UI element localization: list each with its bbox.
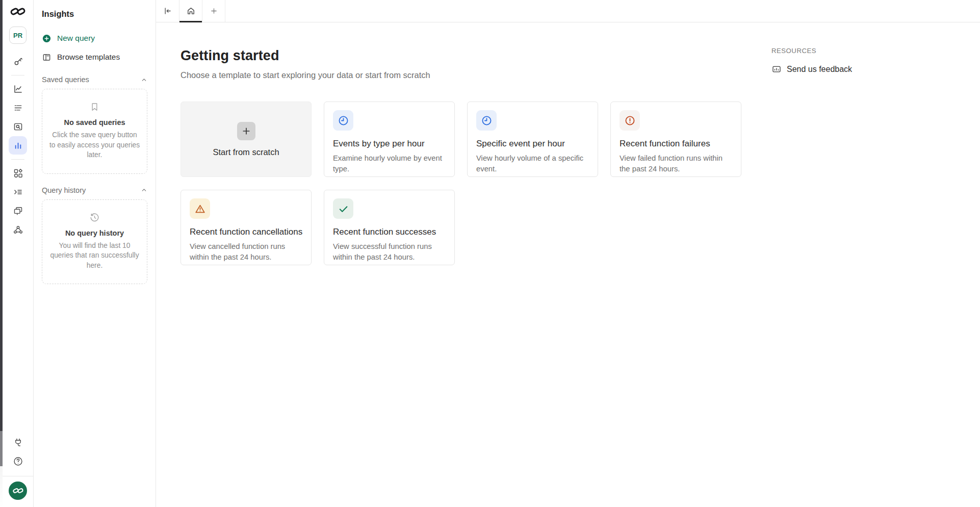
bookmark-icon	[48, 102, 141, 112]
search-window-icon[interactable]	[9, 117, 27, 136]
card-title: Events by type per hour	[333, 139, 446, 149]
history-clock-icon	[48, 212, 141, 223]
start-from-scratch-card[interactable]: Start from scratch	[180, 102, 312, 177]
new-query-label: New query	[57, 34, 95, 43]
panel-title: Insights	[42, 9, 147, 19]
profile-avatar[interactable]	[9, 481, 27, 500]
bar-chart-insights-icon[interactable]	[9, 136, 27, 155]
chevron-up-icon[interactable]	[141, 187, 147, 193]
saved-queries-header: Saved queries	[42, 75, 147, 84]
chevron-up-icon[interactable]	[141, 77, 147, 83]
inngest-logo-icon[interactable]	[10, 7, 25, 16]
tab-home[interactable]	[179, 0, 202, 22]
resources-section: RESOURCES Send us feedback	[771, 47, 852, 74]
tab-bar	[156, 0, 980, 22]
query-history-empty-state: No query history You will find the last …	[42, 199, 147, 285]
card-title: Recent function failures	[620, 139, 732, 149]
insights-panel: Insights New query Browse templates Save…	[34, 0, 156, 507]
webhook-icon[interactable]	[9, 220, 27, 239]
workspace-switcher[interactable]: PR	[9, 27, 27, 44]
card-label: Start from scratch	[213, 147, 279, 157]
query-history-label: Query history	[42, 186, 86, 194]
empty-state-body: Click the save query button to easily ac…	[48, 130, 141, 160]
app-root: PR	[0, 0, 980, 507]
collapse-left-icon	[163, 6, 172, 16]
card-title: Recent function cancellations	[190, 227, 302, 237]
function-run-list-icon[interactable]	[9, 183, 27, 201]
template-card-function-cancellations[interactable]: Recent function cancellations View cance…	[180, 190, 312, 265]
rail-divider	[11, 75, 24, 75]
warning-triangle-icon	[190, 198, 210, 219]
alert-circle-icon	[620, 110, 640, 131]
card-description: View hourly volume of a specific event.	[476, 153, 589, 174]
collapse-panel-button[interactable]	[156, 0, 179, 22]
saved-queries-label: Saved queries	[42, 75, 89, 84]
feedback-chart-icon	[771, 64, 782, 74]
workspace-initials: PR	[13, 32, 22, 39]
card-description: Examine hourly volume by event type.	[333, 153, 446, 174]
rail-divider	[3, 476, 34, 476]
key-icon[interactable]	[9, 52, 27, 70]
apps-grid-icon[interactable]	[9, 164, 27, 182]
saved-queries-empty-state: No saved queries Click the save query bu…	[42, 89, 147, 174]
card-description: View successful function runs within the…	[333, 241, 446, 263]
new-query-button[interactable]: New query	[42, 32, 147, 44]
card-title: Recent function successes	[333, 227, 446, 237]
clock-icon	[476, 110, 497, 131]
plus-icon	[210, 7, 218, 15]
icon-rail: PR	[3, 0, 34, 507]
line-chart-icon[interactable]	[9, 80, 27, 98]
help-icon[interactable]	[9, 452, 27, 470]
main-area: Getting started Choose a template to sta…	[156, 0, 980, 507]
check-icon	[333, 198, 353, 219]
inngest-logo-icon	[13, 487, 23, 494]
template-card-function-successes[interactable]: Recent function successes View successfu…	[324, 190, 455, 265]
card-description: View failed function runs within the pas…	[620, 153, 732, 174]
getting-started-section: Getting started Choose a template to sta…	[156, 22, 980, 265]
plus-circle-icon	[42, 34, 51, 43]
template-card-specific-event[interactable]: Specific event per hour View hourly volu…	[467, 102, 598, 177]
plug-icon[interactable]	[9, 433, 27, 451]
template-cards: Start from scratch Events by type per ho…	[180, 102, 746, 265]
browse-templates-button[interactable]: Browse templates	[42, 51, 147, 63]
empty-state-body: You will find the last 10 queries that r…	[48, 241, 141, 271]
new-tab-button[interactable]	[202, 0, 225, 22]
send-feedback-label: Send us feedback	[787, 65, 852, 74]
browse-templates-label: Browse templates	[57, 53, 120, 62]
template-card-events-by-type[interactable]: Events by type per hour Examine hourly v…	[324, 102, 455, 177]
card-description: View cancelled function runs within the …	[190, 241, 302, 263]
templates-icon	[42, 53, 51, 62]
home-icon	[186, 6, 196, 16]
query-history-header: Query history	[42, 186, 147, 194]
template-card-function-failures[interactable]: Recent function failures View failed fun…	[610, 102, 741, 177]
send-feedback-button[interactable]: Send us feedback	[771, 64, 852, 74]
empty-state-title: No saved queries	[48, 118, 141, 126]
windows-icon[interactable]	[9, 201, 27, 220]
resources-header: RESOURCES	[771, 47, 852, 55]
rail-divider	[11, 159, 24, 160]
clock-icon	[333, 110, 353, 131]
empty-state-title: No query history	[48, 229, 141, 237]
event-list-icon[interactable]	[9, 98, 27, 117]
card-title: Specific event per hour	[476, 139, 589, 149]
plus-icon	[237, 122, 255, 140]
